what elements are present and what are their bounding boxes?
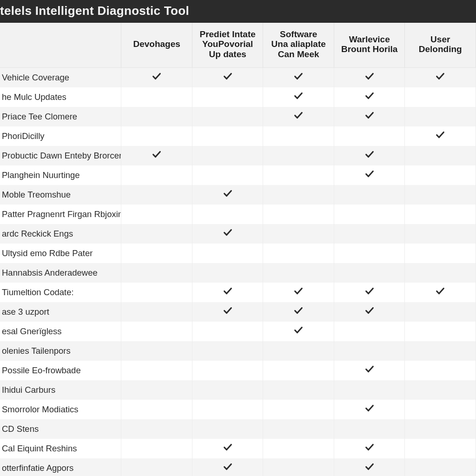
table-row: Probuctic Dawn Enteby Brorcer xyxy=(0,146,476,165)
cell xyxy=(263,458,334,476)
table-row: Priace Tee Clomere xyxy=(0,107,476,126)
feature-label: Patter Pragnenrt Firgan Rbjoxine xyxy=(0,205,121,224)
cell xyxy=(263,185,334,205)
cell xyxy=(405,400,476,419)
check-icon xyxy=(223,227,233,240)
cell xyxy=(263,107,334,126)
cell xyxy=(334,126,405,146)
table-row: Ihidui Carburs xyxy=(0,380,476,400)
feature-label: Planghein Nuurtinge xyxy=(0,165,121,185)
table-row: ase 3 uzport xyxy=(0,302,476,322)
check-icon xyxy=(293,286,304,298)
check-icon xyxy=(223,188,233,201)
check-icon xyxy=(152,149,162,162)
cell xyxy=(405,205,476,224)
cell xyxy=(405,283,476,302)
cell xyxy=(192,400,263,419)
feature-label: Vehicle Coverage xyxy=(0,67,121,87)
cell xyxy=(405,185,476,205)
cell xyxy=(334,380,405,400)
table-row: Hannabsis Anderadewee xyxy=(0,263,476,283)
check-icon xyxy=(223,442,233,455)
cell xyxy=(121,146,192,165)
cell xyxy=(263,205,334,224)
column-header-line: Software xyxy=(266,29,331,39)
table-row: Smorrolor Modiatics xyxy=(0,400,476,419)
cell xyxy=(405,224,476,244)
column-header-software: SoftwareUna aliaplateCan Meek xyxy=(263,23,334,67)
cell xyxy=(192,283,263,302)
table-row: Planghein Nuurtinge xyxy=(0,165,476,185)
cell xyxy=(334,205,405,224)
cell xyxy=(334,185,405,205)
cell xyxy=(263,439,334,458)
column-header-warlevice: WarleviceBrount Horila xyxy=(334,23,405,67)
comparison-table: DevohagesPrediet IntateYouPovorialUp dat… xyxy=(0,23,476,476)
cell xyxy=(192,244,263,263)
column-header-line: User xyxy=(408,34,473,44)
cell xyxy=(192,341,263,361)
cell xyxy=(334,458,405,476)
check-icon xyxy=(364,110,375,123)
cell xyxy=(192,361,263,380)
feature-label: Cal Eiquint Reshins xyxy=(0,439,121,458)
check-icon xyxy=(364,462,375,474)
column-header-line: YouPovorial xyxy=(195,39,260,49)
cell xyxy=(405,458,476,476)
check-icon xyxy=(223,286,233,298)
feature-label: he Mulc Updates xyxy=(0,87,121,107)
check-icon xyxy=(435,286,445,298)
cell xyxy=(263,224,334,244)
cell xyxy=(263,419,334,439)
cell xyxy=(192,224,263,244)
cell xyxy=(405,439,476,458)
column-header-devohages: Devohages xyxy=(121,23,192,67)
cell xyxy=(121,439,192,458)
feature-label: ase 3 uzport xyxy=(0,302,121,322)
check-icon xyxy=(293,110,304,123)
feature-label: CD Stens xyxy=(0,419,121,439)
cell xyxy=(405,302,476,322)
cell xyxy=(263,361,334,380)
cell xyxy=(121,244,192,263)
check-icon xyxy=(364,71,375,84)
table-row: Tiumeltion Codate: xyxy=(0,283,476,302)
cell xyxy=(334,67,405,87)
cell xyxy=(334,107,405,126)
cell xyxy=(334,146,405,165)
cell xyxy=(192,458,263,476)
feature-label: Possile Eo-frowbade xyxy=(0,361,121,380)
check-icon xyxy=(364,169,375,181)
table-header: DevohagesPrediet IntateYouPovorialUp dat… xyxy=(0,23,476,67)
cell xyxy=(405,146,476,165)
cell xyxy=(405,361,476,380)
cell xyxy=(121,400,192,419)
cell xyxy=(263,67,334,87)
table-row: CD Stens xyxy=(0,419,476,439)
cell xyxy=(263,283,334,302)
cell xyxy=(192,185,263,205)
table-row: Patter Pragnenrt Firgan Rbjoxine xyxy=(0,205,476,224)
table-row: otterfinfatie Agpors xyxy=(0,458,476,476)
cell xyxy=(121,302,192,322)
cell xyxy=(121,185,192,205)
cell xyxy=(121,283,192,302)
check-icon xyxy=(364,91,375,103)
column-header-prediet: Prediet IntateYouPovorialUp dates xyxy=(192,23,263,67)
cell xyxy=(192,146,263,165)
cell xyxy=(121,205,192,224)
cell xyxy=(405,244,476,263)
feature-label: Probuctic Dawn Enteby Brorcer xyxy=(0,146,121,165)
cell xyxy=(121,87,192,107)
cell xyxy=(334,302,405,322)
check-icon xyxy=(223,305,233,318)
feature-label: Smorrolor Modiatics xyxy=(0,400,121,419)
cell xyxy=(192,205,263,224)
table-row: Vehicle Coverage xyxy=(0,67,476,87)
cell xyxy=(121,322,192,341)
feature-label: Tiumeltion Codate: xyxy=(0,283,121,302)
cell xyxy=(263,302,334,322)
check-icon xyxy=(293,91,304,103)
cell xyxy=(334,165,405,185)
table-body: Vehicle Coveragehe Mulc UpdatesPriace Te… xyxy=(0,67,476,476)
